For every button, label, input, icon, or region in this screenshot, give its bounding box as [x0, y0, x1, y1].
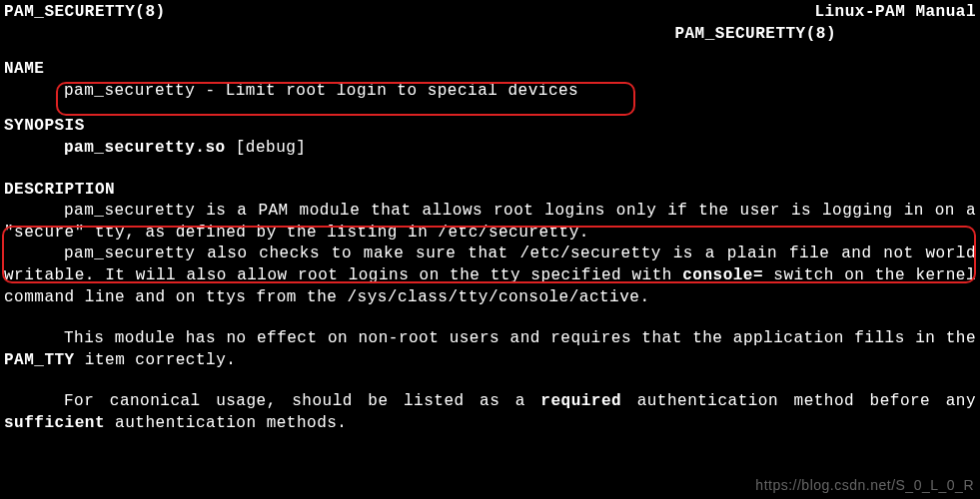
description-p4-pre: For canonical usage, should be listed as…: [64, 392, 540, 410]
synopsis-command: pam_securetty.so: [64, 139, 226, 157]
description-p3-pre: This module has no effect on non-root us…: [64, 329, 976, 347]
header-right: Linux-PAM Manual: [814, 2, 976, 24]
description-p3: This module has no effect on non-root us…: [4, 328, 976, 371]
manpage-header: PAM_SECURETTY(8) Linux-PAM Manual: [4, 2, 976, 24]
description-p3-post: item correctly.: [75, 351, 237, 369]
section-title-name: NAME: [4, 59, 976, 81]
header-left: PAM_SECURETTY(8): [4, 2, 166, 24]
description-p1: pam_securetty is a PAM module that allow…: [4, 201, 976, 244]
header-subtitle: PAM_SECURETTY(8): [4, 24, 976, 46]
section-title-synopsis: SYNOPSIS: [4, 116, 976, 138]
description-p4-mid: authentication method before any: [621, 392, 976, 410]
description-p4-b2: sufficient: [4, 414, 105, 432]
description-p3-bold: PAM_TTY: [4, 351, 75, 369]
synopsis-args: [debug]: [226, 139, 307, 157]
watermark-text: https://blog.csdn.net/S_0_L_0_R: [755, 476, 974, 495]
description-p4-b1: required: [540, 392, 621, 410]
name-line: pam_securetty - Limit root login to spec…: [4, 81, 976, 103]
description-p4-post: authentication methods.: [105, 414, 347, 432]
description-p2-bold: console=: [682, 266, 763, 284]
description-p2: pam_securetty also checks to make sure t…: [4, 244, 976, 308]
description-p4: For canonical usage, should be listed as…: [4, 391, 976, 434]
synopsis-line: pam_securetty.so [debug]: [4, 138, 976, 160]
manpage-view: PAM_SECURETTY(8) Linux-PAM Manual PAM_SE…: [0, 0, 980, 435]
section-title-description: DESCRIPTION: [4, 180, 976, 202]
